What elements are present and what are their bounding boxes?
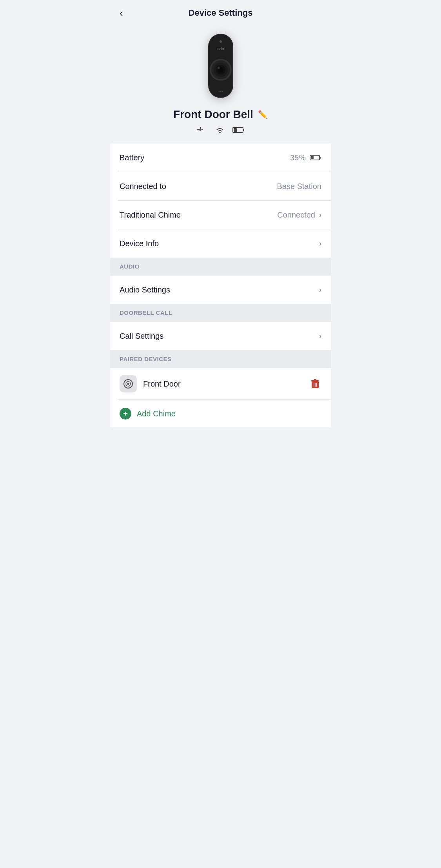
signal-icon — [196, 125, 207, 134]
audio-settings-section: Audio Settings › — [110, 276, 331, 304]
call-settings-row[interactable]: Call Settings › — [110, 322, 331, 350]
svg-point-10 — [218, 91, 220, 92]
svg-point-12 — [221, 91, 223, 92]
svg-point-11 — [220, 91, 221, 92]
svg-rect-19 — [243, 129, 244, 131]
paired-devices-list: Front Door + Add Chime — [110, 368, 331, 427]
traditional-chime-chevron: › — [319, 211, 321, 219]
paired-device-name: Front Door — [143, 380, 181, 389]
paired-devices-section-title: PAIRED DEVICES — [120, 356, 172, 362]
paired-devices-section-header: PAIRED DEVICES — [110, 350, 331, 368]
svg-rect-22 — [319, 157, 321, 159]
audio-settings-right: › — [319, 286, 321, 294]
battery-row[interactable]: Battery 35% — [110, 143, 331, 172]
audio-settings-chevron: › — [319, 286, 321, 294]
battery-status-icon — [232, 126, 245, 134]
call-settings-label: Call Settings — [120, 332, 163, 341]
paired-device-item[interactable]: Front Door — [110, 368, 331, 399]
device-status-icons — [196, 125, 245, 134]
traditional-chime-label: Traditional Chime — [120, 211, 181, 220]
svg-rect-23 — [311, 156, 314, 159]
svg-point-8 — [218, 67, 220, 69]
device-info-right: › — [319, 240, 321, 248]
call-settings-right: › — [319, 332, 321, 340]
connected-to-row[interactable]: Connected to Base Station — [110, 172, 331, 200]
trash-icon — [311, 379, 319, 389]
connected-to-label: Connected to — [120, 182, 166, 191]
svg-text:arlo: arlo — [217, 47, 224, 51]
edit-name-icon[interactable]: ✏️ — [258, 110, 268, 119]
audio-settings-label: Audio Settings — [120, 285, 170, 294]
call-settings-chevron: › — [319, 332, 321, 340]
svg-point-17 — [219, 132, 221, 133]
device-hero: arlo Front Door Bell ✏️ — [110, 24, 331, 143]
paired-device-left: Front Door — [120, 375, 181, 392]
device-info-row[interactable]: Device Info › — [110, 229, 331, 258]
battery-right: 35% — [290, 153, 321, 162]
device-info-chevron: › — [319, 240, 321, 248]
add-chime-icon: + — [120, 408, 131, 419]
settings-list: Battery 35% Connected to Base Station Tr… — [110, 143, 331, 258]
svg-rect-29 — [314, 379, 316, 380]
add-chime-row[interactable]: + Add Chime — [110, 400, 331, 427]
device-name-row: Front Door Bell ✏️ — [173, 108, 268, 121]
audio-section-title: AUDIO — [120, 263, 140, 270]
battery-value: 35% — [290, 153, 306, 162]
battery-label: Battery — [120, 153, 144, 162]
doorbell-call-section-title: DOORBELL CALL — [120, 309, 172, 316]
delete-paired-device-button[interactable] — [309, 377, 321, 391]
doorbell-call-section-header: DOORBELL CALL — [110, 304, 331, 322]
svg-rect-20 — [234, 128, 237, 132]
battery-icon — [310, 154, 321, 161]
traditional-chime-value: Connected — [277, 211, 315, 220]
wifi-icon — [214, 125, 225, 134]
device-info-label: Device Info — [120, 239, 159, 248]
device-name: Front Door Bell — [173, 108, 253, 121]
connected-to-right: Base Station — [277, 182, 321, 191]
audio-settings-row[interactable]: Audio Settings › — [110, 276, 331, 304]
back-button[interactable]: ‹ — [120, 8, 123, 18]
connected-to-value: Base Station — [277, 182, 321, 191]
page-title: Device Settings — [189, 8, 253, 18]
svg-point-26 — [127, 383, 129, 385]
svg-point-9 — [220, 40, 222, 43]
svg-rect-28 — [311, 380, 319, 381]
traditional-chime-row[interactable]: Traditional Chime Connected › — [110, 201, 331, 229]
add-chime-label: Add Chime — [137, 409, 176, 418]
call-settings-section: Call Settings › — [110, 322, 331, 350]
chime-device-icon — [120, 375, 137, 392]
chime-icon — [123, 379, 133, 389]
audio-section-header: AUDIO — [110, 258, 331, 276]
device-image: arlo — [201, 31, 240, 101]
page-header: ‹ Device Settings — [110, 0, 331, 24]
traditional-chime-right: Connected › — [277, 211, 321, 220]
